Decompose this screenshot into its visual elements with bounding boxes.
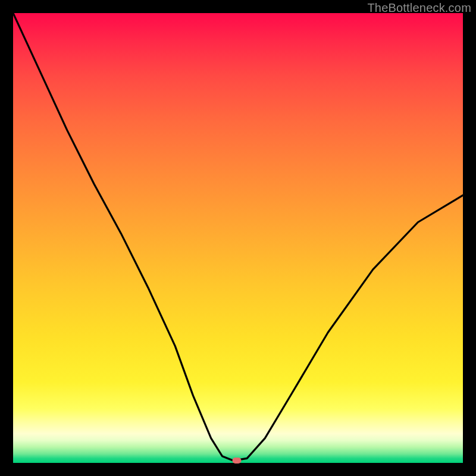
- plot-area: [13, 13, 463, 463]
- chart-frame: TheBottleneck.com: [0, 0, 476, 476]
- minimum-marker: [233, 458, 242, 464]
- bottleneck-curve: [13, 13, 463, 463]
- watermark-text: TheBottleneck.com: [367, 1, 471, 15]
